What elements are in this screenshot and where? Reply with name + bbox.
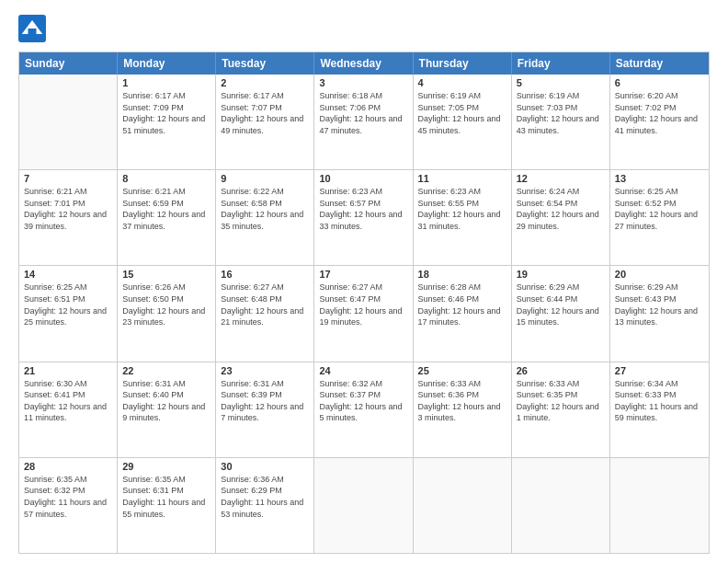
calendar-cell: 4Sunrise: 6:19 AMSunset: 7:05 PMDaylight… (414, 75, 512, 169)
calendar-cell: 10Sunrise: 6:23 AMSunset: 6:57 PMDayligh… (314, 170, 413, 265)
day-info: Sunrise: 6:19 AMSunset: 7:05 PMDaylight:… (418, 90, 506, 136)
day-number: 14 (24, 269, 112, 280)
calendar-cell: 3Sunrise: 6:18 AMSunset: 7:06 PMDaylight… (314, 75, 413, 169)
logo (18, 15, 50, 42)
day-number: 11 (418, 173, 506, 184)
calendar-week-3: 14Sunrise: 6:25 AMSunset: 6:51 PMDayligh… (19, 266, 709, 362)
day-number: 3 (319, 77, 407, 88)
day-number: 18 (418, 269, 506, 280)
day-number: 10 (319, 173, 407, 184)
day-info: Sunrise: 6:22 AMSunset: 6:58 PMDaylight:… (221, 186, 309, 232)
day-info: Sunrise: 6:25 AMSunset: 6:52 PMDaylight:… (615, 186, 704, 232)
calendar-cell: 25Sunrise: 6:33 AMSunset: 6:36 PMDayligh… (414, 362, 512, 457)
calendar-cell: 29Sunrise: 6:35 AMSunset: 6:31 PMDayligh… (118, 458, 216, 553)
calendar-cell: 2Sunrise: 6:17 AMSunset: 7:07 PMDaylight… (216, 75, 314, 169)
calendar-cell: 17Sunrise: 6:27 AMSunset: 6:47 PMDayligh… (314, 266, 413, 361)
day-number: 2 (221, 77, 309, 88)
day-number: 8 (122, 173, 210, 184)
calendar-cell: 26Sunrise: 6:33 AMSunset: 6:35 PMDayligh… (512, 362, 610, 457)
day-number: 27 (615, 365, 704, 376)
day-info: Sunrise: 6:27 AMSunset: 6:48 PMDaylight:… (221, 282, 309, 327)
day-info: Sunrise: 6:23 AMSunset: 6:55 PMDaylight:… (418, 186, 506, 232)
day-number: 16 (221, 269, 309, 280)
calendar-cell: 27Sunrise: 6:34 AMSunset: 6:33 PMDayligh… (610, 362, 709, 457)
calendar-cell: 9Sunrise: 6:22 AMSunset: 6:58 PMDaylight… (216, 170, 314, 265)
day-header-thursday: Thursday (414, 52, 512, 75)
calendar-cell: 12Sunrise: 6:24 AMSunset: 6:54 PMDayligh… (512, 170, 610, 265)
calendar-cell: 13Sunrise: 6:25 AMSunset: 6:52 PMDayligh… (610, 170, 709, 265)
calendar-cell: 21Sunrise: 6:30 AMSunset: 6:41 PMDayligh… (19, 362, 118, 457)
day-header-friday: Friday (512, 52, 610, 75)
day-info: Sunrise: 6:26 AMSunset: 6:50 PMDaylight:… (122, 282, 210, 327)
day-info: Sunrise: 6:31 AMSunset: 6:40 PMDaylight:… (122, 378, 210, 424)
calendar: SundayMondayTuesdayWednesdayThursdayFrid… (18, 52, 710, 554)
calendar-body: 1Sunrise: 6:17 AMSunset: 7:09 PMDaylight… (19, 75, 709, 553)
day-number: 4 (418, 77, 506, 88)
calendar-cell: 16Sunrise: 6:27 AMSunset: 6:48 PMDayligh… (216, 266, 314, 361)
day-info: Sunrise: 6:32 AMSunset: 6:37 PMDaylight:… (319, 378, 407, 424)
calendar-cell: 28Sunrise: 6:35 AMSunset: 6:32 PMDayligh… (19, 458, 118, 553)
calendar-header: SundayMondayTuesdayWednesdayThursdayFrid… (19, 52, 709, 75)
day-number: 22 (122, 365, 210, 376)
day-info: Sunrise: 6:35 AMSunset: 6:32 PMDaylight:… (24, 474, 112, 520)
calendar-cell: 22Sunrise: 6:31 AMSunset: 6:40 PMDayligh… (118, 362, 216, 457)
page: SundayMondayTuesdayWednesdayThursdayFrid… (0, 0, 728, 563)
header (18, 15, 710, 42)
calendar-cell: 23Sunrise: 6:31 AMSunset: 6:39 PMDayligh… (216, 362, 314, 457)
day-number: 13 (615, 173, 704, 184)
day-number: 6 (615, 77, 704, 88)
day-info: Sunrise: 6:35 AMSunset: 6:31 PMDaylight:… (122, 474, 210, 520)
calendar-cell: 14Sunrise: 6:25 AMSunset: 6:51 PMDayligh… (19, 266, 118, 361)
day-info: Sunrise: 6:20 AMSunset: 7:02 PMDaylight:… (615, 90, 704, 136)
day-info: Sunrise: 6:19 AMSunset: 7:03 PMDaylight:… (517, 90, 605, 136)
day-info: Sunrise: 6:17 AMSunset: 7:09 PMDaylight:… (122, 90, 210, 136)
day-info: Sunrise: 6:34 AMSunset: 6:33 PMDaylight:… (615, 378, 704, 424)
day-number: 23 (221, 365, 309, 376)
day-info: Sunrise: 6:23 AMSunset: 6:57 PMDaylight:… (319, 186, 407, 232)
day-header-wednesday: Wednesday (314, 52, 413, 75)
day-info: Sunrise: 6:33 AMSunset: 6:36 PMDaylight:… (418, 378, 506, 424)
day-number: 25 (418, 365, 506, 376)
calendar-cell: 19Sunrise: 6:29 AMSunset: 6:44 PMDayligh… (512, 266, 610, 361)
calendar-cell: 6Sunrise: 6:20 AMSunset: 7:02 PMDaylight… (610, 75, 709, 169)
day-number: 20 (615, 269, 704, 280)
calendar-cell: 11Sunrise: 6:23 AMSunset: 6:55 PMDayligh… (414, 170, 512, 265)
calendar-cell: 30Sunrise: 6:36 AMSunset: 6:29 PMDayligh… (216, 458, 314, 553)
day-info: Sunrise: 6:36 AMSunset: 6:29 PMDaylight:… (221, 474, 309, 520)
calendar-cell (314, 458, 413, 553)
day-number: 5 (517, 77, 605, 88)
day-info: Sunrise: 6:24 AMSunset: 6:54 PMDaylight:… (517, 186, 605, 232)
day-info: Sunrise: 6:31 AMSunset: 6:39 PMDaylight:… (221, 378, 309, 424)
day-number: 19 (517, 269, 605, 280)
svg-rect-2 (28, 29, 37, 36)
day-number: 24 (319, 365, 407, 376)
day-info: Sunrise: 6:21 AMSunset: 6:59 PMDaylight:… (122, 186, 210, 232)
day-info: Sunrise: 6:29 AMSunset: 6:43 PMDaylight:… (615, 282, 704, 327)
calendar-cell (19, 75, 118, 169)
calendar-cell: 15Sunrise: 6:26 AMSunset: 6:50 PMDayligh… (118, 266, 216, 361)
day-info: Sunrise: 6:25 AMSunset: 6:51 PMDaylight:… (24, 282, 112, 327)
calendar-week-5: 28Sunrise: 6:35 AMSunset: 6:32 PMDayligh… (19, 458, 709, 553)
day-number: 12 (517, 173, 605, 184)
day-header-saturday: Saturday (610, 52, 709, 75)
day-number: 9 (221, 173, 309, 184)
day-info: Sunrise: 6:18 AMSunset: 7:06 PMDaylight:… (319, 90, 407, 136)
day-number: 30 (221, 461, 309, 472)
day-number: 7 (24, 173, 112, 184)
day-number: 1 (122, 77, 210, 88)
day-info: Sunrise: 6:30 AMSunset: 6:41 PMDaylight:… (24, 378, 112, 424)
calendar-cell: 1Sunrise: 6:17 AMSunset: 7:09 PMDaylight… (118, 75, 216, 169)
day-header-monday: Monday (118, 52, 216, 75)
day-info: Sunrise: 6:29 AMSunset: 6:44 PMDaylight:… (517, 282, 605, 327)
calendar-cell (610, 458, 709, 553)
calendar-cell: 5Sunrise: 6:19 AMSunset: 7:03 PMDaylight… (512, 75, 610, 169)
day-info: Sunrise: 6:28 AMSunset: 6:46 PMDaylight:… (418, 282, 506, 327)
day-number: 17 (319, 269, 407, 280)
day-info: Sunrise: 6:33 AMSunset: 6:35 PMDaylight:… (517, 378, 605, 424)
day-number: 28 (24, 461, 112, 472)
calendar-cell: 24Sunrise: 6:32 AMSunset: 6:37 PMDayligh… (314, 362, 413, 457)
calendar-cell: 20Sunrise: 6:29 AMSunset: 6:43 PMDayligh… (610, 266, 709, 361)
day-info: Sunrise: 6:27 AMSunset: 6:47 PMDaylight:… (319, 282, 407, 327)
calendar-cell: 7Sunrise: 6:21 AMSunset: 7:01 PMDaylight… (19, 170, 118, 265)
day-number: 26 (517, 365, 605, 376)
